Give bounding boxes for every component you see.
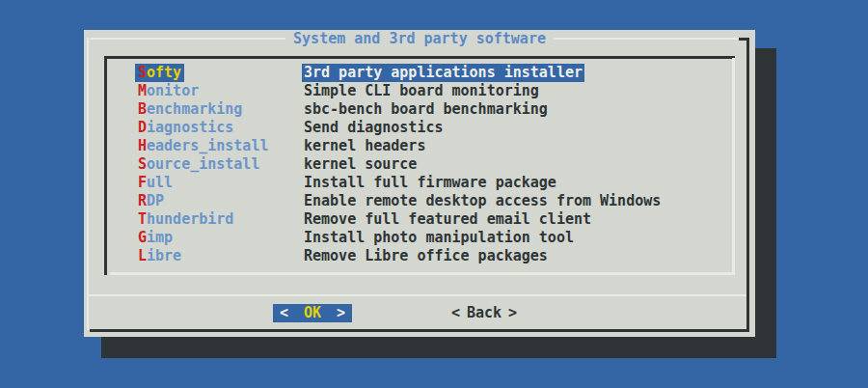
menu-item-tag-cell: Full	[138, 174, 304, 192]
menu-item-tag-cell: RDP	[138, 192, 304, 210]
menu-item-tag: eaders_install	[147, 137, 268, 154]
terminal-screen: System and 3rd party software Softy 3rd …	[0, 0, 868, 388]
menu-item-hotkey: T	[138, 210, 147, 228]
menu-item-tag: imp	[147, 229, 173, 246]
menu-item-hotkey: L	[138, 247, 147, 264]
menu-item-hotkey: F	[138, 174, 147, 191]
button-separator-line	[89, 294, 746, 296]
menu-item-tag-cell: Headers_install	[138, 137, 304, 155]
menu-item-tag: DP	[147, 192, 164, 209]
dialog-border-left	[87, 38, 89, 330]
menu-item-description: Simple CLI board monitoring	[302, 82, 541, 100]
menu-item-tag-cell: Gimp	[138, 229, 304, 247]
menu-item-description: Install full firmware package	[302, 174, 558, 192]
back-button-right-bracket: >	[508, 304, 517, 322]
menu-item-description: Remove full featured email client	[302, 210, 593, 229]
menu-item-hotkey: B	[138, 100, 147, 118]
menu-item-tag: enchmarking	[147, 100, 242, 118]
menu-item-description: kernel headers	[302, 137, 427, 155]
menu-item-description: Send diagnostics	[302, 119, 446, 137]
menu-item-hotkey: D	[138, 119, 147, 136]
menu-item-full[interactable]: Full Install full firmware package	[104, 174, 732, 192]
ok-button[interactable]: < OK >	[273, 304, 352, 322]
menu-item-tag: onitor	[147, 82, 199, 99]
menu-item-description: sbc-bench board benchmarking	[302, 100, 550, 119]
dialog-window: System and 3rd party software Softy 3rd …	[84, 30, 755, 337]
menu-item-hotkey: S	[138, 155, 147, 173]
back-button-label: Back	[467, 304, 502, 322]
menu-item-hotkey: M	[138, 82, 147, 99]
menu-item-tag-cell: Softy	[138, 64, 304, 82]
dialog-border-bottom	[90, 329, 749, 332]
dialog-border-right	[746, 38, 749, 332]
menu-item-description: Enable remote desktop access from Window…	[302, 192, 663, 210]
menu-item-rdp[interactable]: RDP Enable remote desktop access from Wi…	[104, 192, 732, 210]
ok-button-left-bracket: <	[280, 304, 288, 322]
menu-item-description: kernel source	[302, 155, 419, 174]
menu-item-gimp[interactable]: Gimp Install photo manipulation tool	[104, 229, 732, 247]
menu-item-description: 3rd party applications installer	[302, 64, 584, 82]
menu-item-libre[interactable]: Libre Remove Libre office packages	[104, 247, 732, 265]
menu-item-tag-cell: Libre	[138, 247, 304, 265]
menu-item-monitor[interactable]: Monitor Simple CLI board monitoring	[104, 82, 732, 100]
menu-item-hotkey: G	[138, 229, 147, 246]
dialog-title: System and 3rd party software	[84, 30, 755, 48]
menu-item-softy[interactable]: Softy 3rd party applications installer	[104, 64, 732, 82]
menu-item-tag: iagnostics	[147, 119, 233, 136]
menu-item-hotkey: S	[138, 64, 147, 81]
menubox-border-right	[732, 58, 735, 275]
menu-item-tag-cell: Diagnostics	[138, 119, 304, 137]
menu-item-tag: ofty	[147, 64, 181, 81]
back-button-left-bracket: <	[451, 304, 460, 322]
menu-item-tag-cell: Thunderbird	[138, 210, 304, 229]
menu-item-hotkey: R	[138, 192, 147, 209]
menu-item-tag-cell: Source_install	[138, 155, 304, 174]
menu-item-tag-cell: Benchmarking	[138, 100, 304, 119]
menu-item-hotkey: H	[138, 137, 147, 154]
menubox-border-bottom	[110, 272, 735, 275]
ok-button-right-bracket: >	[337, 304, 345, 322]
menu-item-diagnostics[interactable]: Diagnostics Send diagnostics	[104, 119, 732, 137]
menubox-border-top	[104, 56, 735, 59]
menu-box: Softy 3rd party applications installer M…	[104, 56, 735, 275]
menu-item-benchmarking[interactable]: Benchmarking sbc-bench board benchmarkin…	[104, 100, 732, 119]
menu-item-tag: ource_install	[147, 155, 259, 173]
menu-item-headers-install[interactable]: Headers_install kernel headers	[104, 137, 732, 155]
menu-list: Softy 3rd party applications installer M…	[104, 64, 732, 265]
menu-item-description: Install photo manipulation tool	[302, 229, 576, 247]
menu-item-tag: ull	[147, 174, 173, 191]
menu-item-tag: hunderbird	[147, 210, 233, 228]
menu-item-thunderbird[interactable]: Thunderbird Remove full featured email c…	[104, 210, 732, 229]
back-button[interactable]: < Back >	[445, 304, 524, 322]
menu-item-tag-cell: Monitor	[138, 82, 304, 100]
menu-item-description: Remove Libre office packages	[302, 247, 550, 265]
dialog-title-text: System and 3rd party software	[285, 30, 554, 48]
menu-item-tag: ibre	[147, 247, 181, 264]
ok-button-label: OK	[304, 304, 321, 322]
menu-item-source-install[interactable]: Source_install kernel source	[104, 155, 732, 174]
